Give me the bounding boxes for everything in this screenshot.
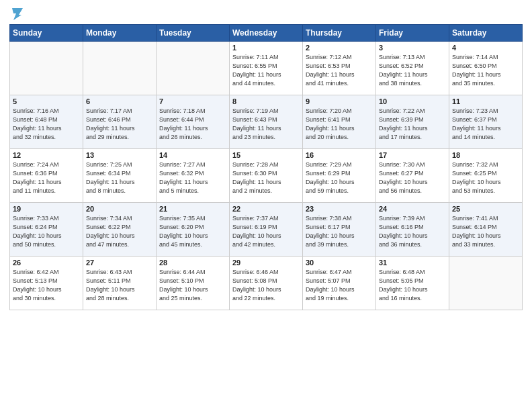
calendar-day-cell: 27Sunrise: 6:43 AM Sunset: 5:11 PM Dayli… — [83, 257, 157, 310]
calendar-week-row: 12Sunrise: 7:24 AM Sunset: 6:36 PM Dayli… — [10, 149, 523, 203]
day-number: 24 — [379, 205, 446, 213]
calendar-day-cell — [157, 42, 230, 95]
day-info: Sunrise: 7:24 AM Sunset: 6:36 PM Dayligh… — [13, 161, 80, 195]
day-info: Sunrise: 7:41 AM Sunset: 6:14 PM Dayligh… — [452, 214, 519, 249]
calendar-day-cell: 20Sunrise: 7:34 AM Sunset: 6:22 PM Dayli… — [83, 203, 157, 257]
day-number: 23 — [306, 205, 373, 213]
calendar-day-cell: 11Sunrise: 7:23 AM Sunset: 6:37 PM Dayli… — [449, 95, 523, 149]
calendar-day-cell — [83, 42, 157, 95]
day-number: 29 — [232, 259, 300, 267]
day-info: Sunrise: 7:28 AM Sunset: 6:30 PM Dayligh… — [232, 161, 300, 195]
day-info: Sunrise: 7:12 AM Sunset: 6:53 PM Dayligh… — [306, 53, 373, 88]
calendar-day-cell: 18Sunrise: 7:32 AM Sunset: 6:25 PM Dayli… — [449, 149, 523, 203]
day-number: 26 — [13, 259, 80, 267]
day-info: Sunrise: 7:39 AM Sunset: 6:16 PM Dayligh… — [379, 214, 446, 249]
weekday-header-tuesday: Tuesday — [157, 25, 230, 42]
calendar-header-row: SundayMondayTuesdayWednesdayThursdayFrid… — [10, 25, 523, 42]
calendar-table: SundayMondayTuesdayWednesdayThursdayFrid… — [9, 24, 523, 310]
calendar-day-cell: 17Sunrise: 7:30 AM Sunset: 6:27 PM Dayli… — [376, 149, 449, 203]
day-info: Sunrise: 7:14 AM Sunset: 6:50 PM Dayligh… — [452, 53, 519, 88]
calendar-day-cell: 5Sunrise: 7:16 AM Sunset: 6:48 PM Daylig… — [10, 95, 83, 149]
day-number: 17 — [379, 151, 446, 159]
day-info: Sunrise: 7:17 AM Sunset: 6:46 PM Dayligh… — [86, 107, 153, 142]
calendar-day-cell: 14Sunrise: 7:27 AM Sunset: 6:32 PM Dayli… — [157, 149, 230, 203]
calendar-day-cell: 3Sunrise: 7:13 AM Sunset: 6:52 PM Daylig… — [376, 42, 449, 95]
calendar-day-cell: 2Sunrise: 7:12 AM Sunset: 6:53 PM Daylig… — [303, 42, 376, 95]
weekday-header-saturday: Saturday — [449, 25, 523, 42]
calendar-day-cell: 23Sunrise: 7:38 AM Sunset: 6:17 PM Dayli… — [303, 203, 376, 257]
day-number: 12 — [13, 151, 80, 159]
day-info: Sunrise: 7:11 AM Sunset: 6:55 PM Dayligh… — [232, 53, 300, 88]
calendar-week-row: 5Sunrise: 7:16 AM Sunset: 6:48 PM Daylig… — [10, 95, 523, 149]
day-number: 13 — [86, 151, 153, 159]
day-number: 5 — [13, 97, 80, 105]
calendar-day-cell: 7Sunrise: 7:18 AM Sunset: 6:44 PM Daylig… — [157, 95, 230, 149]
svg-marker-0 — [12, 8, 23, 20]
day-info: Sunrise: 7:22 AM Sunset: 6:39 PM Dayligh… — [379, 107, 446, 142]
day-number: 6 — [86, 97, 153, 105]
calendar-day-cell: 30Sunrise: 6:47 AM Sunset: 5:07 PM Dayli… — [303, 257, 376, 310]
day-info: Sunrise: 7:23 AM Sunset: 6:37 PM Dayligh… — [452, 107, 519, 142]
day-info: Sunrise: 7:35 AM Sunset: 6:20 PM Dayligh… — [159, 214, 226, 249]
logo-icon — [11, 5, 23, 20]
day-number: 3 — [379, 44, 446, 52]
day-number: 25 — [452, 205, 519, 213]
day-number: 19 — [13, 205, 80, 213]
calendar-day-cell: 29Sunrise: 6:46 AM Sunset: 5:08 PM Dayli… — [230, 257, 303, 310]
day-info: Sunrise: 7:30 AM Sunset: 6:27 PM Dayligh… — [379, 161, 446, 195]
day-number: 14 — [159, 151, 226, 159]
calendar-day-cell: 12Sunrise: 7:24 AM Sunset: 6:36 PM Dayli… — [10, 149, 83, 203]
day-info: Sunrise: 6:48 AM Sunset: 5:05 PM Dayligh… — [379, 268, 446, 303]
calendar-day-cell: 19Sunrise: 7:33 AM Sunset: 6:24 PM Dayli… — [10, 203, 83, 257]
calendar-day-cell: 8Sunrise: 7:19 AM Sunset: 6:43 PM Daylig… — [230, 95, 303, 149]
day-number: 18 — [452, 151, 519, 159]
calendar-day-cell: 31Sunrise: 6:48 AM Sunset: 5:05 PM Dayli… — [376, 257, 449, 310]
weekday-header-thursday: Thursday — [303, 25, 376, 42]
day-number: 31 — [379, 259, 446, 267]
day-number: 15 — [232, 151, 300, 159]
weekday-header-monday: Monday — [83, 25, 157, 42]
weekday-header-sunday: Sunday — [10, 25, 83, 42]
day-number: 20 — [86, 205, 153, 213]
day-info: Sunrise: 7:33 AM Sunset: 6:24 PM Dayligh… — [13, 214, 80, 249]
header — [9, 7, 523, 19]
weekday-header-friday: Friday — [376, 25, 449, 42]
calendar-day-cell: 10Sunrise: 7:22 AM Sunset: 6:39 PM Dayli… — [376, 95, 449, 149]
day-info: Sunrise: 7:29 AM Sunset: 6:29 PM Dayligh… — [306, 161, 373, 195]
day-number: 11 — [452, 97, 519, 105]
weekday-header-wednesday: Wednesday — [230, 25, 303, 42]
day-info: Sunrise: 7:32 AM Sunset: 6:25 PM Dayligh… — [452, 161, 519, 195]
page: SundayMondayTuesdayWednesdayThursdayFrid… — [0, 0, 532, 411]
day-info: Sunrise: 7:25 AM Sunset: 6:34 PM Dayligh… — [86, 161, 153, 195]
day-number: 4 — [452, 44, 519, 52]
day-number: 2 — [306, 44, 373, 52]
day-info: Sunrise: 7:19 AM Sunset: 6:43 PM Dayligh… — [232, 107, 300, 142]
day-number: 28 — [159, 259, 226, 267]
calendar-day-cell: 16Sunrise: 7:29 AM Sunset: 6:29 PM Dayli… — [303, 149, 376, 203]
day-number: 21 — [159, 205, 226, 213]
calendar-day-cell — [10, 42, 83, 95]
calendar-week-row: 19Sunrise: 7:33 AM Sunset: 6:24 PM Dayli… — [10, 203, 523, 257]
day-number: 22 — [232, 205, 300, 213]
calendar-day-cell: 13Sunrise: 7:25 AM Sunset: 6:34 PM Dayli… — [83, 149, 157, 203]
day-info: Sunrise: 7:27 AM Sunset: 6:32 PM Dayligh… — [159, 161, 226, 195]
day-info: Sunrise: 7:20 AM Sunset: 6:41 PM Dayligh… — [306, 107, 373, 142]
day-info: Sunrise: 6:44 AM Sunset: 5:10 PM Dayligh… — [159, 268, 226, 303]
day-number: 16 — [306, 151, 373, 159]
day-number: 27 — [86, 259, 153, 267]
calendar-day-cell: 24Sunrise: 7:39 AM Sunset: 6:16 PM Dayli… — [376, 203, 449, 257]
calendar-week-row: 26Sunrise: 6:42 AM Sunset: 5:13 PM Dayli… — [10, 257, 523, 310]
day-info: Sunrise: 7:18 AM Sunset: 6:44 PM Dayligh… — [159, 107, 226, 142]
day-number: 1 — [232, 44, 300, 52]
calendar-day-cell: 1Sunrise: 7:11 AM Sunset: 6:55 PM Daylig… — [230, 42, 303, 95]
calendar-day-cell: 22Sunrise: 7:37 AM Sunset: 6:19 PM Dayli… — [230, 203, 303, 257]
calendar-day-cell: 9Sunrise: 7:20 AM Sunset: 6:41 PM Daylig… — [303, 95, 376, 149]
calendar-day-cell: 26Sunrise: 6:42 AM Sunset: 5:13 PM Dayli… — [10, 257, 83, 310]
day-number: 8 — [232, 97, 300, 105]
calendar-day-cell: 6Sunrise: 7:17 AM Sunset: 6:46 PM Daylig… — [83, 95, 157, 149]
day-info: Sunrise: 6:46 AM Sunset: 5:08 PM Dayligh… — [232, 268, 300, 303]
calendar-day-cell: 28Sunrise: 6:44 AM Sunset: 5:10 PM Dayli… — [157, 257, 230, 310]
day-info: Sunrise: 6:42 AM Sunset: 5:13 PM Dayligh… — [13, 268, 80, 303]
calendar-day-cell — [449, 257, 523, 310]
day-info: Sunrise: 7:13 AM Sunset: 6:52 PM Dayligh… — [379, 53, 446, 88]
